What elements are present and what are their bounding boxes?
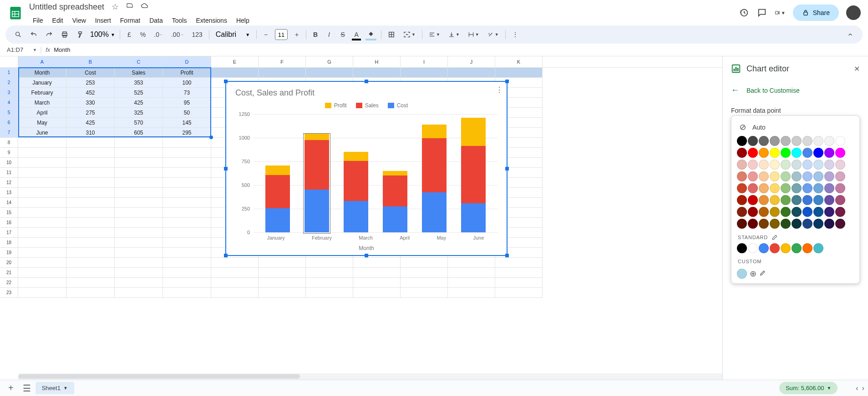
cell[interactable] xyxy=(163,178,211,188)
row-header[interactable]: 21 xyxy=(0,268,18,278)
print-icon[interactable] xyxy=(57,28,72,41)
row-header[interactable]: 1 xyxy=(0,68,18,78)
color-swatch[interactable] xyxy=(770,160,780,170)
color-swatch[interactable] xyxy=(748,219,758,229)
color-swatch[interactable] xyxy=(748,183,758,193)
color-swatch[interactable] xyxy=(802,183,812,193)
text-color-icon[interactable]: A xyxy=(350,28,363,41)
cell[interactable] xyxy=(401,258,448,268)
cell[interactable] xyxy=(401,268,448,278)
color-swatch[interactable] xyxy=(759,183,769,193)
cell[interactable] xyxy=(163,248,211,258)
color-swatch[interactable] xyxy=(824,219,834,229)
cell[interactable] xyxy=(448,278,495,288)
legend-item[interactable]: Sales xyxy=(356,102,379,109)
cell[interactable] xyxy=(115,148,163,158)
cell[interactable]: 95 xyxy=(163,98,211,108)
row-header[interactable]: 22 xyxy=(0,278,18,288)
color-swatch[interactable] xyxy=(813,219,823,229)
cell[interactable] xyxy=(115,278,163,288)
bar-group[interactable] xyxy=(383,114,407,232)
row-header[interactable]: 9 xyxy=(0,148,18,158)
cell[interactable] xyxy=(115,168,163,178)
color-swatch[interactable] xyxy=(792,243,802,253)
cell[interactable] xyxy=(115,208,163,218)
cell[interactable] xyxy=(211,68,259,78)
explore-right-icon[interactable]: › xyxy=(862,384,864,392)
cell[interactable] xyxy=(115,188,163,198)
cell[interactable]: March xyxy=(18,98,66,108)
cell[interactable] xyxy=(495,278,543,288)
comments-icon[interactable] xyxy=(756,7,767,18)
row-header[interactable]: 20 xyxy=(0,258,18,268)
cell[interactable]: 100 xyxy=(163,78,211,88)
color-swatch[interactable] xyxy=(802,148,812,158)
percent-icon[interactable]: % xyxy=(137,28,149,41)
cell[interactable] xyxy=(115,288,163,298)
column-header[interactable]: D xyxy=(163,56,211,67)
column-header[interactable]: H xyxy=(353,56,401,67)
color-swatch[interactable] xyxy=(802,243,812,253)
color-swatch[interactable] xyxy=(802,207,812,217)
cell[interactable] xyxy=(18,228,66,238)
cell[interactable] xyxy=(66,158,115,168)
cell[interactable] xyxy=(448,288,495,298)
increase-font-icon[interactable]: + xyxy=(290,28,303,41)
column-header[interactable]: B xyxy=(66,56,115,67)
cell[interactable]: Month xyxy=(18,68,66,78)
cell[interactable] xyxy=(115,238,163,248)
column-header[interactable]: I xyxy=(401,56,448,67)
cell[interactable] xyxy=(306,288,353,298)
cell[interactable] xyxy=(18,288,66,298)
bar-group[interactable] xyxy=(422,114,447,232)
color-swatch[interactable] xyxy=(781,160,791,170)
valign-icon[interactable]: ▼ xyxy=(445,28,463,41)
cell[interactable] xyxy=(18,188,66,198)
cell[interactable] xyxy=(18,218,66,228)
cell[interactable] xyxy=(163,158,211,168)
cell[interactable] xyxy=(66,288,115,298)
color-swatch[interactable] xyxy=(748,243,758,253)
row-header[interactable]: 10 xyxy=(0,158,18,168)
cell[interactable] xyxy=(495,258,543,268)
bar-group[interactable] xyxy=(265,114,290,232)
bar-group[interactable] xyxy=(305,114,329,232)
cell[interactable] xyxy=(66,258,115,268)
cell[interactable] xyxy=(163,278,211,288)
color-swatch[interactable] xyxy=(759,160,769,170)
color-swatch[interactable] xyxy=(770,219,780,229)
cell[interactable] xyxy=(115,218,163,228)
color-swatch[interactable] xyxy=(835,171,845,181)
cell[interactable]: 605 xyxy=(115,128,163,138)
cell[interactable] xyxy=(18,208,66,218)
color-swatch[interactable] xyxy=(813,243,823,253)
cell[interactable] xyxy=(66,188,115,198)
color-swatch[interactable] xyxy=(792,207,802,217)
color-swatch[interactable] xyxy=(748,148,758,158)
cell[interactable] xyxy=(306,268,353,278)
cell[interactable] xyxy=(18,148,66,158)
cell[interactable] xyxy=(448,268,495,278)
cell[interactable] xyxy=(66,218,115,228)
color-swatch[interactable] xyxy=(792,183,802,193)
cell[interactable] xyxy=(163,238,211,248)
color-swatch[interactable] xyxy=(759,219,769,229)
sheet-tab[interactable]: Sheet1▼ xyxy=(36,382,74,394)
cell[interactable]: 452 xyxy=(66,88,115,98)
column-header[interactable]: J xyxy=(448,56,495,67)
cell[interactable] xyxy=(18,158,66,168)
font-select[interactable]: Calibri▼ xyxy=(212,30,254,39)
row-header[interactable]: 15 xyxy=(0,208,18,218)
bar-group[interactable] xyxy=(461,114,486,232)
cell[interactable] xyxy=(448,68,495,78)
wrap-icon[interactable]: ▼ xyxy=(464,28,483,41)
font-size-input[interactable] xyxy=(275,29,288,40)
color-swatch[interactable] xyxy=(781,171,791,181)
color-swatch[interactable] xyxy=(792,160,802,170)
add-sheet-icon[interactable]: + xyxy=(4,380,18,396)
color-swatch[interactable] xyxy=(824,148,834,158)
cell[interactable] xyxy=(66,178,115,188)
row-header[interactable]: 4 xyxy=(0,98,18,108)
italic-icon[interactable]: I xyxy=(323,28,335,41)
color-auto-option[interactable]: Auto xyxy=(737,120,854,136)
